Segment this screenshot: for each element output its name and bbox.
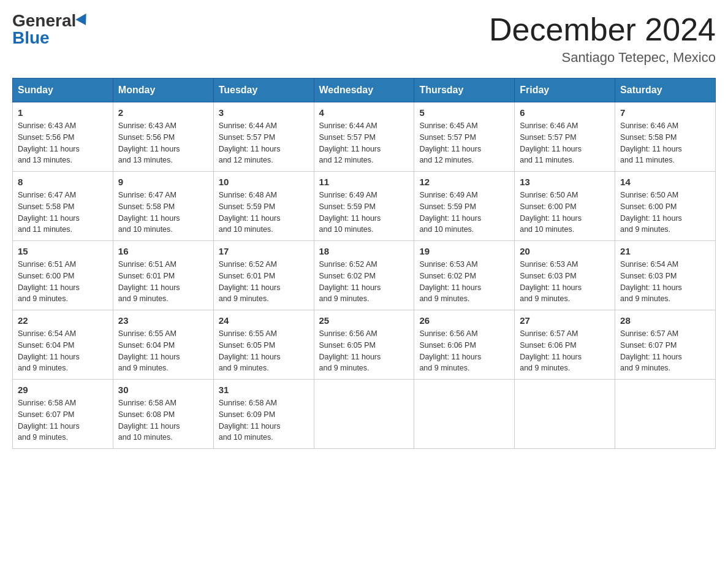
- calendar-cell: 29 Sunrise: 6:58 AM Sunset: 6:07 PM Dayl…: [13, 380, 113, 449]
- day-number: 22: [18, 315, 108, 326]
- day-info: Sunrise: 6:44 AM Sunset: 5:57 PM Dayligh…: [219, 120, 309, 166]
- day-number: 5: [419, 107, 509, 118]
- logo-blue-text: Blue: [12, 29, 50, 47]
- calendar-cell: 22 Sunrise: 6:54 AM Sunset: 6:04 PM Dayl…: [13, 310, 113, 380]
- day-info: Sunrise: 6:43 AM Sunset: 5:56 PM Dayligh…: [118, 120, 208, 166]
- day-number: 13: [520, 177, 610, 187]
- calendar-cell: 17 Sunrise: 6:52 AM Sunset: 6:01 PM Dayl…: [213, 241, 314, 310]
- day-info: Sunrise: 6:57 AM Sunset: 6:07 PM Dayligh…: [620, 328, 710, 374]
- day-info: Sunrise: 6:56 AM Sunset: 6:06 PM Dayligh…: [419, 328, 509, 374]
- calendar-week-row: 29 Sunrise: 6:58 AM Sunset: 6:07 PM Dayl…: [13, 380, 716, 449]
- calendar-cell: 1 Sunrise: 6:43 AM Sunset: 5:56 PM Dayli…: [13, 102, 113, 172]
- calendar-cell: 19 Sunrise: 6:53 AM Sunset: 6:02 PM Dayl…: [414, 241, 515, 310]
- day-info: Sunrise: 6:58 AM Sunset: 6:08 PM Dayligh…: [118, 397, 208, 443]
- title-block: December 2024 Santiago Tetepec, Mexico: [489, 12, 716, 66]
- day-number: 11: [319, 177, 409, 187]
- day-number: 27: [520, 315, 610, 326]
- day-number: 8: [18, 177, 108, 187]
- day-number: 15: [18, 246, 108, 256]
- calendar-cell: 20 Sunrise: 6:53 AM Sunset: 6:03 PM Dayl…: [515, 241, 615, 310]
- day-info: Sunrise: 6:44 AM Sunset: 5:57 PM Dayligh…: [319, 120, 409, 166]
- calendar-cell: [414, 380, 515, 449]
- day-info: Sunrise: 6:50 AM Sunset: 6:00 PM Dayligh…: [620, 190, 710, 236]
- day-number: 16: [118, 246, 208, 256]
- day-number: 21: [620, 246, 710, 256]
- calendar-cell: 7 Sunrise: 6:46 AM Sunset: 5:58 PM Dayli…: [615, 102, 716, 172]
- calendar-cell: 15 Sunrise: 6:51 AM Sunset: 6:00 PM Dayl…: [13, 241, 113, 310]
- day-number: 7: [620, 107, 710, 118]
- day-number: 10: [219, 177, 309, 187]
- day-info: Sunrise: 6:46 AM Sunset: 5:57 PM Dayligh…: [520, 120, 610, 166]
- day-info: Sunrise: 6:50 AM Sunset: 6:00 PM Dayligh…: [520, 190, 610, 236]
- calendar-cell: 21 Sunrise: 6:54 AM Sunset: 6:03 PM Dayl…: [615, 241, 716, 310]
- page-header: General Blue December 2024 Santiago Tete…: [12, 12, 716, 66]
- calendar-cell: 11 Sunrise: 6:49 AM Sunset: 5:59 PM Dayl…: [314, 172, 414, 241]
- day-info: Sunrise: 6:57 AM Sunset: 6:06 PM Dayligh…: [520, 328, 610, 374]
- day-info: Sunrise: 6:46 AM Sunset: 5:58 PM Dayligh…: [620, 120, 710, 166]
- calendar-cell: [615, 380, 716, 449]
- day-info: Sunrise: 6:47 AM Sunset: 5:58 PM Dayligh…: [18, 190, 108, 236]
- column-header-saturday: Saturday: [615, 79, 716, 102]
- calendar-cell: 23 Sunrise: 6:55 AM Sunset: 6:04 PM Dayl…: [113, 310, 213, 380]
- day-info: Sunrise: 6:53 AM Sunset: 6:02 PM Dayligh…: [419, 259, 509, 305]
- logo: General Blue: [12, 12, 89, 47]
- calendar-cell: 24 Sunrise: 6:55 AM Sunset: 6:05 PM Dayl…: [213, 310, 314, 380]
- column-header-friday: Friday: [515, 79, 615, 102]
- day-info: Sunrise: 6:54 AM Sunset: 6:03 PM Dayligh…: [620, 259, 710, 305]
- calendar-cell: 27 Sunrise: 6:57 AM Sunset: 6:06 PM Dayl…: [515, 310, 615, 380]
- calendar-cell: 28 Sunrise: 6:57 AM Sunset: 6:07 PM Dayl…: [615, 310, 716, 380]
- day-number: 24: [219, 315, 309, 326]
- calendar-cell: 18 Sunrise: 6:52 AM Sunset: 6:02 PM Dayl…: [314, 241, 414, 310]
- day-number: 3: [219, 107, 309, 118]
- column-header-wednesday: Wednesday: [314, 79, 414, 102]
- column-header-tuesday: Tuesday: [213, 79, 314, 102]
- day-number: 25: [319, 315, 409, 326]
- calendar-cell: 9 Sunrise: 6:47 AM Sunset: 5:58 PM Dayli…: [113, 172, 213, 241]
- day-info: Sunrise: 6:58 AM Sunset: 6:09 PM Dayligh…: [219, 397, 309, 443]
- day-info: Sunrise: 6:45 AM Sunset: 5:57 PM Dayligh…: [419, 120, 509, 166]
- calendar-cell: 30 Sunrise: 6:58 AM Sunset: 6:08 PM Dayl…: [113, 380, 213, 449]
- logo-triangle-icon: [76, 13, 91, 28]
- calendar-cell: 25 Sunrise: 6:56 AM Sunset: 6:05 PM Dayl…: [314, 310, 414, 380]
- calendar-cell: 8 Sunrise: 6:47 AM Sunset: 5:58 PM Dayli…: [13, 172, 113, 241]
- day-number: 23: [118, 315, 208, 326]
- day-number: 14: [620, 177, 710, 187]
- day-number: 28: [620, 315, 710, 326]
- calendar-table: SundayMondayTuesdayWednesdayThursdayFrid…: [12, 78, 716, 449]
- calendar-cell: 14 Sunrise: 6:50 AM Sunset: 6:00 PM Dayl…: [615, 172, 716, 241]
- day-number: 31: [219, 385, 309, 395]
- calendar-cell: 16 Sunrise: 6:51 AM Sunset: 6:01 PM Dayl…: [113, 241, 213, 310]
- day-info: Sunrise: 6:58 AM Sunset: 6:07 PM Dayligh…: [18, 397, 108, 443]
- month-title: December 2024: [489, 12, 716, 47]
- day-number: 1: [18, 107, 108, 118]
- day-number: 30: [118, 385, 208, 395]
- day-number: 6: [520, 107, 610, 118]
- calendar-week-row: 22 Sunrise: 6:54 AM Sunset: 6:04 PM Dayl…: [13, 310, 716, 380]
- day-info: Sunrise: 6:56 AM Sunset: 6:05 PM Dayligh…: [319, 328, 409, 374]
- day-info: Sunrise: 6:47 AM Sunset: 5:58 PM Dayligh…: [118, 190, 208, 236]
- day-info: Sunrise: 6:51 AM Sunset: 6:01 PM Dayligh…: [118, 259, 208, 305]
- calendar-cell: 13 Sunrise: 6:50 AM Sunset: 6:00 PM Dayl…: [515, 172, 615, 241]
- calendar-cell: [314, 380, 414, 449]
- calendar-cell: 6 Sunrise: 6:46 AM Sunset: 5:57 PM Dayli…: [515, 102, 615, 172]
- calendar-week-row: 1 Sunrise: 6:43 AM Sunset: 5:56 PM Dayli…: [13, 102, 716, 172]
- calendar-header-row: SundayMondayTuesdayWednesdayThursdayFrid…: [13, 79, 716, 102]
- calendar-cell: [515, 380, 615, 449]
- day-info: Sunrise: 6:55 AM Sunset: 6:04 PM Dayligh…: [118, 328, 208, 374]
- day-info: Sunrise: 6:49 AM Sunset: 5:59 PM Dayligh…: [319, 190, 409, 236]
- day-number: 17: [219, 246, 309, 256]
- day-info: Sunrise: 6:53 AM Sunset: 6:03 PM Dayligh…: [520, 259, 610, 305]
- calendar-cell: 10 Sunrise: 6:48 AM Sunset: 5:59 PM Dayl…: [213, 172, 314, 241]
- day-info: Sunrise: 6:43 AM Sunset: 5:56 PM Dayligh…: [18, 120, 108, 166]
- day-info: Sunrise: 6:55 AM Sunset: 6:05 PM Dayligh…: [219, 328, 309, 374]
- calendar-cell: 2 Sunrise: 6:43 AM Sunset: 5:56 PM Dayli…: [113, 102, 213, 172]
- calendar-cell: 31 Sunrise: 6:58 AM Sunset: 6:09 PM Dayl…: [213, 380, 314, 449]
- column-header-sunday: Sunday: [13, 79, 113, 102]
- logo-general-text: General: [12, 12, 76, 29]
- day-info: Sunrise: 6:51 AM Sunset: 6:00 PM Dayligh…: [18, 259, 108, 305]
- calendar-cell: 26 Sunrise: 6:56 AM Sunset: 6:06 PM Dayl…: [414, 310, 515, 380]
- day-number: 19: [419, 246, 509, 256]
- day-number: 26: [419, 315, 509, 326]
- day-number: 20: [520, 246, 610, 256]
- calendar-week-row: 8 Sunrise: 6:47 AM Sunset: 5:58 PM Dayli…: [13, 172, 716, 241]
